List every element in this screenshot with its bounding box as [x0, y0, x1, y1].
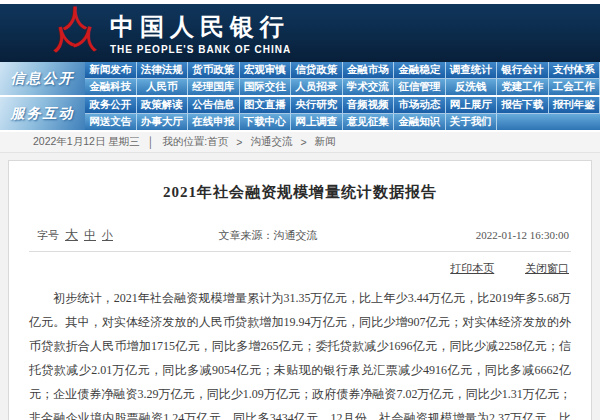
nav-item[interactable]: 征信管理	[394, 79, 446, 95]
nav-item[interactable]: 金融科技	[85, 79, 137, 95]
nav-item[interactable]: 网送文告	[85, 114, 137, 130]
breadcrumb-home-link[interactable]: 我的位置:首页	[162, 135, 228, 149]
breadcrumb-divider: │	[148, 136, 155, 148]
page-title: 2021年社会融资规模增量统计数据报告	[29, 161, 571, 226]
nav-item[interactable]: 在线申报	[188, 114, 240, 130]
nav-item[interactable]: 宏观审慎	[240, 62, 292, 78]
nav-item[interactable]: 金融市场	[343, 62, 395, 78]
breadcrumb: 2022年1月12日 星期三 │ 我的位置:首页 > 沟通交流 > 新闻	[0, 132, 600, 153]
nav-section-service: 服务互动 政务公开政策解读公告信息图文直播央行研究音频视频市场动态网上展厅报告下…	[0, 97, 600, 130]
nav-item[interactable]: 公告信息	[188, 97, 240, 113]
print-page-link[interactable]: 打印本页	[450, 262, 494, 274]
nav-row-information-2: 金融科技人民币经理国库国际交往人员招录学术交流征信管理反洗钱党建工作工会工作	[85, 79, 600, 95]
nav-item[interactable]: 新闻发布	[85, 62, 137, 78]
nav-label-service: 服务互动	[0, 97, 85, 130]
nav-row-service-1: 政务公开政策解读公告信息图文直播央行研究音频视频市场动态网上展厅报告下载报刊年鉴	[85, 97, 600, 114]
nav-item[interactable]: 报告下载	[497, 97, 549, 113]
article-actions: 打印本页 关闭窗口	[29, 252, 571, 280]
nav-item[interactable]: 金融稳定	[394, 62, 446, 78]
nav-item[interactable]: 党建工作	[497, 79, 549, 95]
nav-item[interactable]: 音频视频	[343, 97, 395, 113]
breadcrumb-date: 2022年1月12日 星期三	[33, 135, 140, 149]
nav-item[interactable]: 网上展厅	[446, 97, 498, 113]
nav-item[interactable]: 支付体系	[549, 62, 600, 78]
font-size-medium-button[interactable]: 中	[84, 227, 96, 244]
nav-item[interactable]: 意见征集	[343, 114, 395, 130]
nav-item[interactable]: 政策解读	[137, 97, 189, 113]
nav-item[interactable]: 关于我们	[446, 114, 498, 130]
breadcrumb-arrow-icon: >	[236, 136, 242, 148]
pboc-logo-icon: 人人人	[52, 9, 98, 57]
nav-item[interactable]: 经理国库	[188, 79, 240, 95]
nav-item[interactable]: 人民币	[137, 79, 189, 95]
nav-item[interactable]: 学术交流	[343, 79, 395, 95]
nav-rows-information: 新闻发布法律法规货币政策宏观审慎信贷政策金融市场金融稳定调查统计银行会计支付体系…	[85, 62, 600, 95]
font-size-large-button[interactable]: 大	[65, 226, 78, 244]
nav-rows-service: 政务公开政策解读公告信息图文直播央行研究音频视频市场动态网上展厅报告下载报刊年鉴…	[85, 97, 600, 130]
breadcrumb-section-link[interactable]: 沟通交流	[250, 135, 292, 149]
article-datetime: 2022-01-12 16:30:00	[398, 229, 571, 241]
nav-item[interactable]: 市场动态	[394, 97, 446, 113]
nav-item[interactable]: 法律法规	[137, 62, 189, 78]
nav-item[interactable]: 工会工作	[549, 79, 600, 95]
nav-item[interactable]: 网上调查	[291, 114, 343, 130]
nav-item[interactable]: 调查统计	[446, 62, 498, 78]
brand-name-chinese: 中国人民银行	[110, 11, 291, 43]
nav-item[interactable]: 政务公开	[85, 97, 137, 113]
font-size-label: 字号	[37, 228, 59, 243]
nav-row-service-2: 网送文告办事大厅在线申报下载中心网上调查意见征集金融知识关于我们	[85, 114, 600, 130]
nav-item[interactable]: 银行会计	[497, 62, 549, 78]
nav-item[interactable]: 人员招录	[291, 79, 343, 95]
nav-item[interactable]: 报刊年鉴	[549, 97, 600, 113]
nav-item[interactable]: 下载中心	[240, 114, 292, 130]
nav-item[interactable]: 货币政策	[188, 62, 240, 78]
nav-section-information: 信息公开 新闻发布法律法规货币政策宏观审慎信贷政策金融市场金融稳定调查统计银行会…	[0, 62, 600, 95]
breadcrumb-current-page[interactable]: 新闻	[315, 135, 336, 149]
nav-item[interactable]: 办事大厅	[137, 114, 189, 130]
nav-item[interactable]: 图文直播	[240, 97, 292, 113]
article-body: 初步统计，2021年社会融资规模增量累计为31.35万亿元，比上年少3.44万亿…	[29, 280, 571, 420]
brand-block: 中国人民银行 THE PEOPLE'S BANK OF CHINA	[110, 11, 291, 55]
font-size-small-button[interactable]: 小	[102, 228, 113, 243]
breadcrumb-arrow-icon: >	[300, 136, 306, 148]
site-header: 人人人 中国人民银行 THE PEOPLE'S BANK OF CHINA	[0, 4, 600, 62]
nav-row-information-1: 新闻发布法律法规货币政策宏观审慎信贷政策金融市场金融稳定调查统计银行会计支付体系	[85, 62, 600, 79]
nav-item[interactable]: 反洗钱	[446, 79, 498, 95]
nav-item[interactable]: 国际交往	[240, 79, 292, 95]
font-size-controls: 字号 大 中 小	[29, 226, 202, 244]
article-source: 文章来源：沟通交流	[202, 228, 397, 243]
nav-label-information: 信息公开	[0, 62, 85, 95]
brand-name-english: THE PEOPLE'S BANK OF CHINA	[110, 44, 291, 55]
page-background: 2021年社会融资规模增量统计数据报告 字号 大 中 小 文章来源：沟通交流 2…	[0, 153, 600, 420]
close-window-link[interactable]: 关闭窗口	[525, 262, 569, 274]
nav-item[interactable]: 央行研究	[291, 97, 343, 113]
article-paragraph: 初步统计，2021年社会融资规模增量累计为31.35万亿元，比上年少3.44万亿…	[29, 286, 571, 420]
article-container: 2021年社会融资规模增量统计数据报告 字号 大 中 小 文章来源：沟通交流 2…	[8, 160, 592, 420]
nav-item[interactable]: 金融知识	[394, 114, 446, 130]
article-meta-row: 字号 大 中 小 文章来源：沟通交流 2022-01-12 16:30:00	[29, 226, 571, 252]
nav-item[interactable]: 信贷政策	[291, 62, 343, 78]
